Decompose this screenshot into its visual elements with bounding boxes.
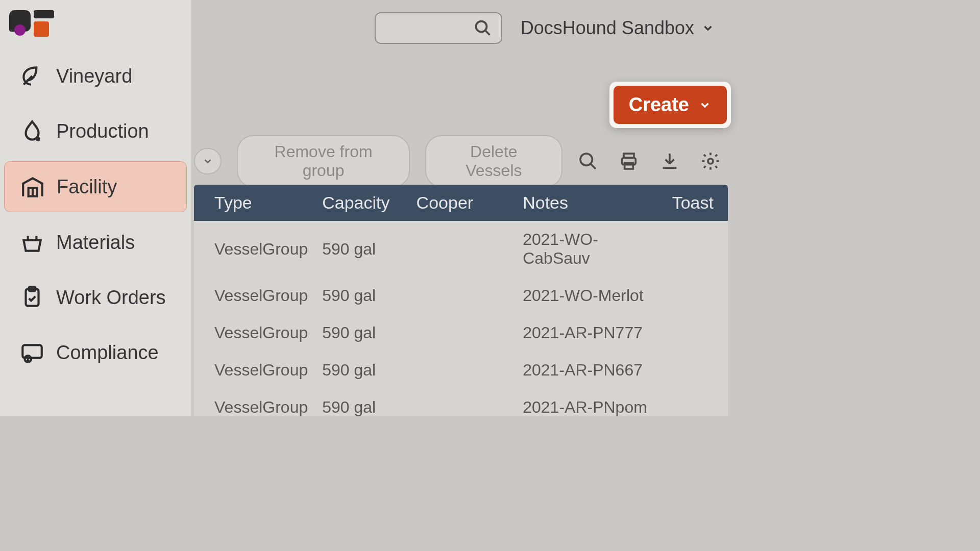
table-row[interactable]: VesselGroup590 gal2021-WO-CabSauv xyxy=(194,221,728,277)
cell-cooper xyxy=(409,389,516,416)
leaf-icon xyxy=(19,63,45,89)
cell-type: VesselGroup xyxy=(194,352,315,389)
cell-cooper xyxy=(409,352,516,389)
sidebar-item-vineyard[interactable]: Vineyard xyxy=(4,51,187,101)
cell-notes: 2021-AR-PN777 xyxy=(516,314,665,352)
cell-notes: 2021-WO-Merlot xyxy=(516,277,665,314)
chevron-down-icon xyxy=(202,156,213,167)
svg-point-6 xyxy=(580,154,592,165)
column-capacity[interactable]: Capacity xyxy=(315,185,409,221)
table-row[interactable]: VesselGroup590 gal2021-WO-Merlot xyxy=(194,277,728,314)
vessels-table: Type Capacity Cooper Notes Toast VesselG… xyxy=(194,185,728,416)
cell-capacity: 590 gal xyxy=(315,389,409,416)
cell-toast xyxy=(665,352,728,389)
svg-rect-9 xyxy=(625,163,633,169)
cell-cooper xyxy=(409,277,516,314)
print-icon[interactable] xyxy=(619,151,639,171)
remove-from-group-button[interactable]: Remove from group xyxy=(237,135,409,187)
cell-capacity: 590 gal xyxy=(315,352,409,389)
table-row[interactable]: VesselGroup590 gal2021-AR-PNpom xyxy=(194,389,728,416)
svg-point-10 xyxy=(708,159,713,164)
delete-vessels-button[interactable]: Delete Vessels xyxy=(425,135,562,187)
cell-type: VesselGroup xyxy=(194,221,315,277)
basket-icon xyxy=(19,230,45,255)
cell-type: VesselGroup xyxy=(194,389,315,416)
filter-dropdown[interactable] xyxy=(194,148,222,174)
app-logo xyxy=(9,10,191,37)
gear-icon[interactable] xyxy=(700,151,721,171)
sidebar-item-label: Work Orders xyxy=(56,287,166,309)
sidebar-item-label: Vineyard xyxy=(56,65,132,87)
certificate-icon xyxy=(19,340,45,365)
sidebar-item-materials[interactable]: Materials xyxy=(4,217,187,267)
sidebar-item-label: Materials xyxy=(56,232,135,254)
sidebar-item-label: Production xyxy=(56,120,149,142)
cell-type: VesselGroup xyxy=(194,314,315,352)
column-toast[interactable]: Toast xyxy=(665,185,728,221)
cell-notes: 2021-AR-PN667 xyxy=(516,352,665,389)
cell-capacity: 590 gal xyxy=(315,221,409,277)
column-notes[interactable]: Notes xyxy=(516,185,665,221)
table-row[interactable]: VesselGroup590 gal2021-AR-PN667 xyxy=(194,352,728,389)
download-icon[interactable] xyxy=(659,151,680,171)
table-toolbar: Remove from group Delete Vessels xyxy=(194,143,728,180)
svg-point-5 xyxy=(476,21,486,32)
cell-capacity: 590 gal xyxy=(315,277,409,314)
cell-toast xyxy=(665,221,728,277)
search-input[interactable] xyxy=(375,12,502,44)
toolbar-icon-group xyxy=(578,151,728,171)
sidebar-item-production[interactable]: Production xyxy=(4,106,187,156)
cell-cooper xyxy=(409,314,516,352)
sidebar-item-work-orders[interactable]: Work Orders xyxy=(4,272,187,322)
sidebar-item-compliance[interactable]: Compliance xyxy=(4,328,187,378)
sidebar-item-facility[interactable]: Facility xyxy=(4,161,187,212)
search-icon xyxy=(474,19,492,37)
cell-toast xyxy=(665,277,728,314)
chevron-down-icon xyxy=(698,98,712,112)
column-type[interactable]: Type xyxy=(194,185,315,221)
column-cooper[interactable]: Cooper xyxy=(409,185,516,221)
clipboard-check-icon xyxy=(19,285,45,310)
cell-type: VesselGroup xyxy=(194,277,315,314)
create-button-highlight: Create xyxy=(609,82,731,128)
cell-cooper xyxy=(409,221,516,277)
cell-toast xyxy=(665,314,728,352)
chevron-down-icon xyxy=(701,21,715,35)
cell-capacity: 590 gal xyxy=(315,314,409,352)
table-header-row: Type Capacity Cooper Notes Toast xyxy=(194,185,728,221)
cell-notes: 2021-WO-CabSauv xyxy=(516,221,665,277)
create-button[interactable]: Create xyxy=(614,86,727,124)
org-selector[interactable]: DocsHound Sandbox xyxy=(521,17,715,39)
table-row[interactable]: VesselGroup590 gal2021-AR-PN777 xyxy=(194,314,728,352)
sidebar-item-label: Compliance xyxy=(56,342,159,364)
cell-notes: 2021-AR-PNpom xyxy=(516,389,665,416)
droplet-icon xyxy=(19,118,45,144)
cell-toast xyxy=(665,389,728,416)
topbar: DocsHound Sandbox xyxy=(191,0,743,56)
create-button-label: Create xyxy=(629,94,689,116)
org-label: DocsHound Sandbox xyxy=(521,17,694,39)
sidebar: Vineyard Production Facility Materials W… xyxy=(0,0,191,416)
logo-mark-icon xyxy=(34,10,54,37)
warehouse-icon xyxy=(20,174,45,199)
search-icon[interactable] xyxy=(578,151,598,171)
sidebar-item-label: Facility xyxy=(57,176,117,198)
logo-mark-icon xyxy=(9,10,31,32)
